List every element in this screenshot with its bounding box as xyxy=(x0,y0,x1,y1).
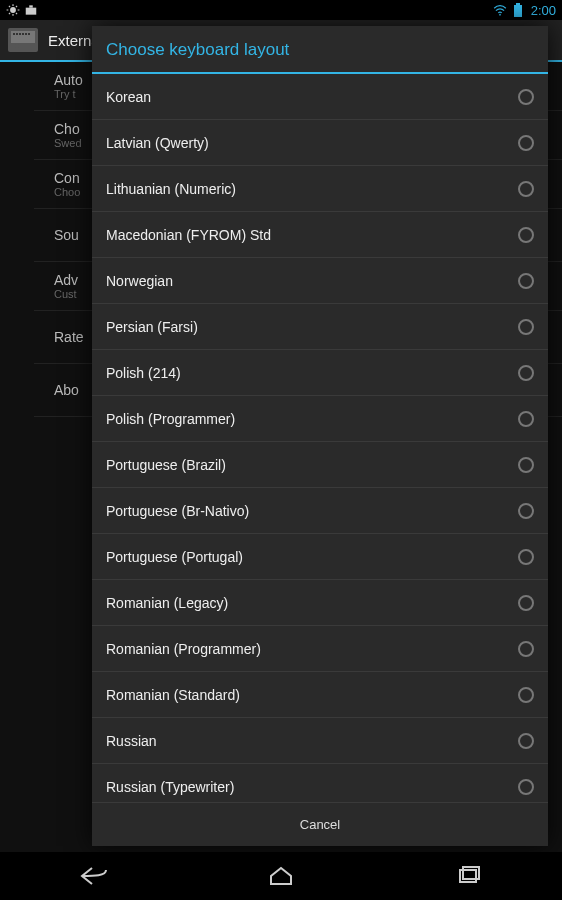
radio-icon[interactable] xyxy=(518,89,534,105)
layout-option[interactable]: Polish (Programmer) xyxy=(92,396,548,442)
radio-icon[interactable] xyxy=(518,181,534,197)
layout-option-label: Romanian (Programmer) xyxy=(106,641,261,657)
radio-icon[interactable] xyxy=(518,365,534,381)
back-button[interactable] xyxy=(64,862,124,890)
layout-option-label: Macedonian (FYROM) Std xyxy=(106,227,271,243)
dialog-title: Choose keyboard layout xyxy=(92,26,548,72)
layout-option-label: Norwegian xyxy=(106,273,173,289)
layout-option-label: Lithuanian (Numeric) xyxy=(106,181,236,197)
app-icon xyxy=(8,28,38,52)
svg-point-13 xyxy=(15,44,19,48)
layout-option[interactable]: Lithuanian (Numeric) xyxy=(92,166,548,212)
svg-rect-11 xyxy=(25,33,27,35)
svg-rect-5 xyxy=(516,3,520,5)
layout-option[interactable]: Portuguese (Br-Nativo) xyxy=(92,488,548,534)
wifi-icon xyxy=(493,3,507,17)
status-clock: 2:00 xyxy=(531,3,556,18)
layout-option-label: Korean xyxy=(106,89,151,105)
layout-option[interactable]: Russian xyxy=(92,718,548,764)
radio-icon[interactable] xyxy=(518,273,534,289)
svg-rect-7 xyxy=(13,33,15,35)
svg-rect-4 xyxy=(514,5,522,17)
home-button[interactable] xyxy=(251,862,311,890)
radio-icon[interactable] xyxy=(518,549,534,565)
layout-option[interactable]: Korean xyxy=(92,74,548,120)
cancel-button[interactable]: Cancel xyxy=(92,803,548,846)
radio-icon[interactable] xyxy=(518,227,534,243)
radio-icon[interactable] xyxy=(518,503,534,519)
radio-icon[interactable] xyxy=(518,595,534,611)
dialog-choose-keyboard-layout: Choose keyboard layout KoreanLatvian (Qw… xyxy=(92,26,548,846)
layout-option-label: Latvian (Qwerty) xyxy=(106,135,209,151)
svg-rect-6 xyxy=(11,31,35,43)
layout-option[interactable]: Norwegian xyxy=(92,258,548,304)
dialog-option-list[interactable]: KoreanLatvian (Qwerty)Lithuanian (Numeri… xyxy=(92,74,548,802)
radio-icon[interactable] xyxy=(518,687,534,703)
briefcase-icon xyxy=(24,3,38,17)
navigation-bar xyxy=(0,852,562,900)
radio-icon[interactable] xyxy=(518,779,534,795)
svg-rect-1 xyxy=(26,8,37,15)
radio-icon[interactable] xyxy=(518,457,534,473)
layout-option-label: Portuguese (Br-Nativo) xyxy=(106,503,249,519)
status-bar: 2:00 xyxy=(0,0,562,20)
layout-option-label: Portuguese (Brazil) xyxy=(106,457,226,473)
layout-option[interactable]: Romanian (Standard) xyxy=(92,672,548,718)
radio-icon[interactable] xyxy=(518,641,534,657)
layout-option-label: Polish (Programmer) xyxy=(106,411,235,427)
layout-option[interactable]: Polish (214) xyxy=(92,350,548,396)
radio-icon[interactable] xyxy=(518,411,534,427)
svg-rect-9 xyxy=(19,33,21,35)
svg-point-0 xyxy=(10,7,16,13)
layout-option-label: Russian (Typewriter) xyxy=(106,779,234,795)
svg-rect-2 xyxy=(29,5,33,7)
layout-option-label: Polish (214) xyxy=(106,365,181,381)
dialog-footer: Cancel xyxy=(92,802,548,846)
layout-option-label: Persian (Farsi) xyxy=(106,319,198,335)
radio-icon[interactable] xyxy=(518,319,534,335)
layout-option[interactable]: Romanian (Legacy) xyxy=(92,580,548,626)
layout-option[interactable]: Portuguese (Portugal) xyxy=(92,534,548,580)
layout-option[interactable]: Russian (Typewriter) xyxy=(92,764,548,802)
recents-button[interactable] xyxy=(438,862,498,890)
layout-option[interactable]: Macedonian (FYROM) Std xyxy=(92,212,548,258)
svg-rect-12 xyxy=(28,33,30,35)
layout-option[interactable]: Latvian (Qwerty) xyxy=(92,120,548,166)
layout-option-label: Russian xyxy=(106,733,157,749)
radio-icon[interactable] xyxy=(518,733,534,749)
layout-option[interactable]: Romanian (Programmer) xyxy=(92,626,548,672)
layout-option[interactable]: Persian (Farsi) xyxy=(92,304,548,350)
layout-option-label: Romanian (Standard) xyxy=(106,687,240,703)
svg-rect-8 xyxy=(16,33,18,35)
layout-option-label: Portuguese (Portugal) xyxy=(106,549,243,565)
layout-option-label: Romanian (Legacy) xyxy=(106,595,228,611)
svg-rect-10 xyxy=(22,33,24,35)
svg-point-3 xyxy=(499,14,501,16)
radio-icon[interactable] xyxy=(518,135,534,151)
layout-option[interactable]: Portuguese (Brazil) xyxy=(92,442,548,488)
debug-icon xyxy=(6,3,20,17)
battery-icon xyxy=(511,3,525,17)
